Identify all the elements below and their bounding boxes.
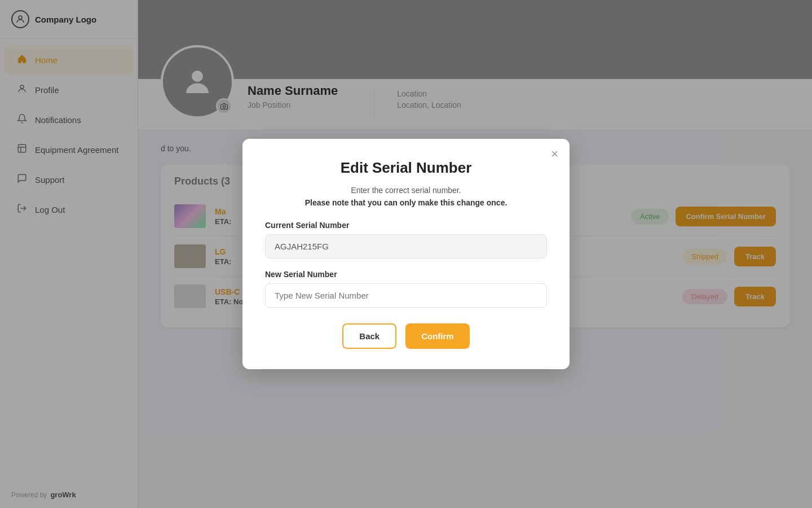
new-serial-label: New Serial Number [265, 270, 547, 279]
current-serial-label: Current Serial Number [265, 221, 547, 230]
modal-title: Edit Serial Number [265, 159, 547, 177]
edit-serial-modal: × Edit Serial Number Enter the correct s… [242, 139, 570, 369]
modal-actions: Back Confirm [265, 323, 547, 349]
new-serial-input[interactable] [265, 283, 547, 308]
confirm-button[interactable]: Confirm [405, 323, 470, 349]
back-button[interactable]: Back [342, 323, 396, 349]
modal-description: Enter the correct serial number. [265, 186, 547, 195]
current-serial-input [265, 234, 547, 259]
modal-warning: Please note that you can only make this … [265, 198, 547, 207]
modal-overlay: × Edit Serial Number Enter the correct s… [0, 0, 812, 508]
modal-close-button[interactable]: × [551, 148, 558, 160]
